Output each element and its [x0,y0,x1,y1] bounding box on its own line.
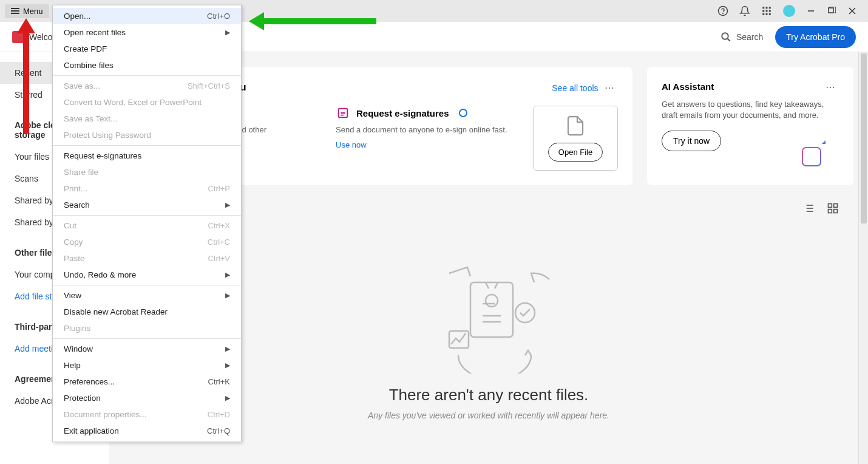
menu-item-label: Request e-signatures [64,151,141,160]
open-file-button[interactable]: Open File [548,143,603,162]
svg-rect-4 [769,7,771,9]
menu-item-label: Combine files [64,61,114,70]
tool2-desc: Send a document to anyone to e-sign onli… [336,125,509,134]
menu-dropdown: Open...Ctrl+OOpen recent files▶Create PD… [52,5,242,442]
more-icon[interactable]: ⋯ [601,83,618,93]
menu-shortcut: Ctrl+V [208,254,230,263]
menu-item[interactable]: Window▶ [53,341,241,357]
menu-item[interactable]: Request e-signatures [53,148,241,164]
menu-item-label: Search [64,200,90,210]
avatar[interactable] [783,5,795,17]
svg-rect-18 [802,148,821,166]
tool-request-signatures: Request e-signatures Send a document to … [336,106,509,149]
maximize-button[interactable] [827,6,836,16]
menu-item[interactable]: View▶ [53,287,241,304]
use-now-link[interactable]: Use now [336,140,509,149]
menu-item[interactable]: Combine files [53,57,241,73]
ai-more-icon[interactable]: ⋯ [822,81,839,99]
menu-shortcut: Ctrl+Q [207,426,230,435]
menu-shortcut: Shift+Ctrl+S [188,81,230,90]
menu-item-label: Plugins [64,324,90,333]
menu-item: Protect Using Password [53,127,241,143]
menu-shortcut: Ctrl+C [208,237,230,247]
menu-item-label: Disable new Acrobat Reader [64,307,168,316]
svg-rect-26 [834,204,838,208]
menu-item-label: Save as Text... [64,114,117,123]
menu-separator [53,285,241,285]
menu-separator [53,75,241,76]
menu-item-label: Document properties... [64,410,147,419]
try-acrobat-button[interactable]: Try Acrobat Pro [775,26,856,48]
svg-rect-12 [829,8,833,13]
menu-item-label: Print... [64,184,87,193]
svg-rect-10 [769,13,771,15]
svg-rect-28 [829,210,832,213]
see-all-tools-link[interactable]: See all tools [552,83,598,93]
menu-item: CopyCtrl+C [53,234,241,250]
chevron-right-icon: ▶ [225,29,230,36]
menu-label: Menu [23,7,43,16]
scroll-thumb[interactable] [861,53,867,223]
chevron-right-icon: ▶ [225,292,230,299]
menu-item[interactable]: Disable new Acrobat Reader [53,304,241,320]
svg-rect-5 [762,10,764,12]
menu-item-label: Protect Using Password [64,131,151,140]
menu-item-label: Copy [64,237,83,247]
menu-shortcut: Ctrl+K [208,377,230,386]
annotation-arrow-right [249,12,376,33]
search-label: Search [736,32,763,42]
menu-item-label: Save as... [64,81,100,90]
ai-card: AI Assistant ⋯ Get answers to questions,… [647,67,853,185]
grid-view-icon[interactable] [827,202,839,217]
scrollbar[interactable] [858,52,868,464]
menu-item: Save as...Shift+Ctrl+S [53,78,241,94]
menu-item-label: Open... [64,12,90,21]
menu-item[interactable]: Preferences...Ctrl+K [53,374,241,390]
empty-graphic-icon [416,252,561,374]
menu-item-label: Share file [64,168,98,177]
menu-separator [53,338,241,339]
file-icon [565,115,586,137]
svg-marker-34 [17,18,35,33]
svg-point-15 [722,33,728,39]
svg-rect-6 [766,10,768,12]
menu-item[interactable]: Exit applicationCtrl+Q [53,423,241,439]
svg-rect-9 [766,13,768,15]
try-it-now-button[interactable]: Try it now [662,131,721,151]
ai-graphic-icon [796,139,829,174]
help-icon[interactable] [717,5,728,16]
menu-item[interactable]: Protection▶ [53,390,241,406]
svg-line-16 [727,38,730,41]
svg-point-1 [723,13,724,13]
bell-icon[interactable] [739,5,750,16]
tool2-title: Request e-signatures [356,108,449,118]
annotation-arrow-up [17,18,35,142]
menu-shortcut: Ctrl+D [208,410,230,419]
menu-item[interactable]: Open recent files▶ [53,24,241,41]
menu-item[interactable]: Undo, Redo & more▶ [53,267,241,283]
list-view-icon[interactable] [802,202,815,217]
menu-item[interactable]: Search▶ [53,197,241,213]
chevron-right-icon: ▶ [225,271,230,279]
menu-item-label: Protection [64,394,101,403]
apps-icon[interactable] [761,5,772,16]
menu-item[interactable]: Help▶ [53,357,241,374]
menu-item-label: Window [64,344,93,353]
menu-item[interactable]: Open...Ctrl+O [53,8,241,24]
ai-desc: Get answers to questions, find key takea… [662,99,839,121]
menu-button[interactable]: Menu [5,4,49,18]
close-button[interactable] [847,6,857,16]
minimize-button[interactable] [806,6,816,16]
badge-icon [459,109,467,117]
menu-item-label: Preferences... [64,377,115,386]
svg-point-30 [515,303,535,322]
menu-item-label: Paste [64,254,85,263]
chevron-right-icon: ▶ [225,201,230,209]
menu-item: PasteCtrl+V [53,250,241,267]
menu-item[interactable]: Create PDF [53,41,241,57]
menu-item: Document properties...Ctrl+D [53,406,241,423]
signature-icon [336,106,350,120]
svg-rect-29 [470,282,513,337]
search-box[interactable]: Search [721,32,763,43]
menu-shortcut: Ctrl+X [208,221,230,230]
